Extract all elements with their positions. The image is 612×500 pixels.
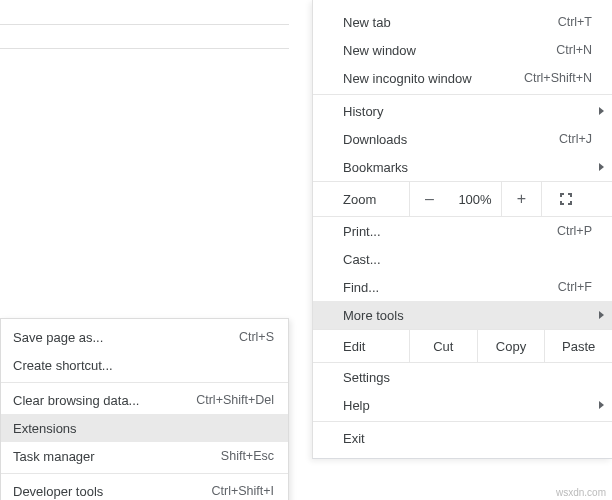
menu-label: Save page as... — [13, 330, 103, 345]
menu-label: New incognito window — [343, 71, 472, 86]
menu-label: History — [343, 104, 383, 119]
fullscreen-icon — [559, 192, 573, 206]
menu-shortcut: Ctrl+J — [559, 132, 592, 146]
menu-divider — [313, 421, 612, 422]
menu-shortcut: Ctrl+P — [557, 224, 592, 238]
menu-label: Clear browsing data... — [13, 393, 139, 408]
menu-divider — [1, 382, 288, 383]
menu-label: Create shortcut... — [13, 358, 113, 373]
menu-shortcut: Ctrl+T — [558, 15, 592, 29]
settings-item[interactable]: Settings — [313, 363, 612, 391]
menu-label: Settings — [343, 370, 390, 385]
cast-item[interactable]: Cast... — [313, 245, 612, 273]
menu-label: Cast... — [343, 252, 381, 267]
paste-button[interactable]: Paste — [544, 330, 612, 362]
menu-shortcut: Ctrl+F — [558, 280, 592, 294]
copy-button[interactable]: Copy — [477, 330, 545, 362]
find-item[interactable]: Find... Ctrl+F — [313, 273, 612, 301]
new-window-item[interactable]: New window Ctrl+N — [313, 36, 612, 64]
toolbar-divider — [0, 48, 289, 49]
menu-label: Help — [343, 398, 370, 413]
menu-shortcut: Ctrl+Shift+I — [211, 484, 274, 498]
toolbar-divider — [0, 24, 289, 25]
save-page-item[interactable]: Save page as... Ctrl+S — [1, 323, 288, 351]
zoom-in-button[interactable]: + — [501, 182, 541, 216]
chrome-main-menu: New tab Ctrl+T New window Ctrl+N New inc… — [312, 0, 612, 459]
menu-label: Exit — [343, 431, 365, 446]
exit-item[interactable]: Exit — [313, 424, 612, 452]
bookmarks-item[interactable]: Bookmarks — [313, 153, 612, 181]
menu-divider — [313, 94, 612, 95]
fullscreen-button[interactable] — [541, 182, 589, 216]
extensions-item[interactable]: Extensions — [1, 414, 288, 442]
zoom-label: Zoom — [313, 192, 409, 207]
menu-label: Developer tools — [13, 484, 103, 499]
menu-label: Print... — [343, 224, 381, 239]
edit-label: Edit — [313, 339, 409, 354]
print-item[interactable]: Print... Ctrl+P — [313, 217, 612, 245]
more-tools-item[interactable]: More tools — [313, 301, 612, 329]
menu-divider — [1, 473, 288, 474]
new-incognito-item[interactable]: New incognito window Ctrl+Shift+N — [313, 64, 612, 92]
downloads-item[interactable]: Downloads Ctrl+J — [313, 125, 612, 153]
menu-shortcut: Ctrl+N — [556, 43, 592, 57]
clear-browsing-item[interactable]: Clear browsing data... Ctrl+Shift+Del — [1, 386, 288, 414]
menu-label: New tab — [343, 15, 391, 30]
menu-shortcut: Shift+Esc — [221, 449, 274, 463]
menu-label: Task manager — [13, 449, 95, 464]
menu-label: Bookmarks — [343, 160, 408, 175]
zoom-out-button[interactable]: – — [409, 182, 449, 216]
chevron-right-icon — [599, 107, 604, 115]
edit-row: Edit Cut Copy Paste — [313, 329, 612, 363]
more-tools-submenu: Save page as... Ctrl+S Create shortcut..… — [0, 318, 289, 500]
menu-label: Downloads — [343, 132, 407, 147]
task-manager-item[interactable]: Task manager Shift+Esc — [1, 442, 288, 470]
menu-label: Extensions — [13, 421, 77, 436]
menu-shortcut: Ctrl+S — [239, 330, 274, 344]
developer-tools-item[interactable]: Developer tools Ctrl+Shift+I — [1, 477, 288, 500]
menu-shortcut: Ctrl+Shift+Del — [196, 393, 274, 407]
zoom-row: Zoom – 100% + — [313, 181, 612, 217]
menu-shortcut: Ctrl+Shift+N — [524, 71, 592, 85]
menu-label: More tools — [343, 308, 404, 323]
create-shortcut-item[interactable]: Create shortcut... — [1, 351, 288, 379]
watermark: wsxdn.com — [556, 487, 606, 498]
help-item[interactable]: Help — [313, 391, 612, 419]
cut-button[interactable]: Cut — [409, 330, 477, 362]
menu-label: New window — [343, 43, 416, 58]
chevron-right-icon — [599, 311, 604, 319]
history-item[interactable]: History — [313, 97, 612, 125]
menu-label: Find... — [343, 280, 379, 295]
zoom-percent: 100% — [449, 182, 501, 216]
new-tab-item[interactable]: New tab Ctrl+T — [313, 8, 612, 36]
chevron-right-icon — [599, 401, 604, 409]
chevron-right-icon — [599, 163, 604, 171]
